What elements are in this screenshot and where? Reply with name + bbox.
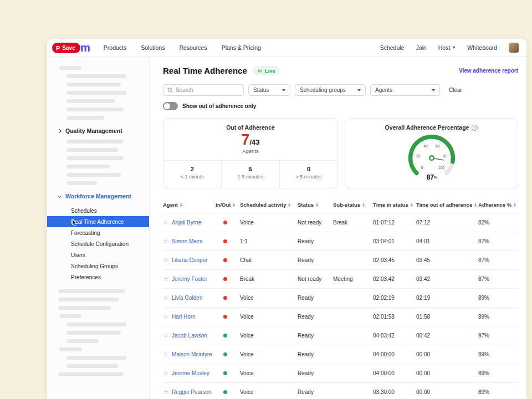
nav-item-products[interactable]: Products — [104, 44, 126, 51]
nav-item-resources[interactable]: Resources — [179, 44, 207, 51]
skeleton-bar — [59, 314, 81, 318]
agent-cell[interactable]: ☆Anjali Byrne — [163, 219, 216, 226]
sort-icon[interactable] — [514, 203, 516, 207]
scheduling-groups-filter-dropdown[interactable]: Scheduling groups — [295, 84, 366, 96]
agent-name-link[interactable]: Reggie Pearson — [172, 389, 212, 395]
column-header-status[interactable]: Status — [298, 202, 333, 208]
skeleton-bar — [66, 339, 99, 343]
star-icon[interactable]: ☆ — [163, 238, 168, 245]
agent-name-link[interactable]: Anjali Byrne — [172, 219, 201, 226]
nav-item-schedule[interactable]: Schedule — [380, 44, 405, 51]
nav-item-whiteboard[interactable]: Whiteboard — [467, 44, 497, 51]
sort-icon[interactable] — [316, 203, 318, 207]
agent-name-link[interactable]: Liliana Cooper — [172, 257, 208, 263]
scheduled-activity-cell: Voice — [240, 219, 298, 226]
nav-item-join[interactable]: Join — [416, 44, 426, 51]
star-icon[interactable]: ☆ — [163, 275, 168, 283]
search-box[interactable] — [163, 84, 244, 96]
app-logo[interactable]: m — [80, 42, 90, 53]
nav-menu-right: Schedule Join Host Whiteboard — [380, 43, 519, 53]
inout-cell — [216, 371, 240, 375]
agents-filter-dropdown[interactable]: Agents — [370, 84, 440, 96]
sidebar-item-scheduling-groups[interactable]: Scheduling Groups — [47, 260, 149, 272]
nav-item-solutions[interactable]: Solutions — [141, 44, 165, 51]
column-header-time-out-of-adherence[interactable]: Time out of adherence — [416, 202, 478, 208]
adherence-cell: 89% — [478, 295, 518, 301]
agent-cell[interactable]: ☆Reggie Pearson — [163, 388, 216, 396]
agent-cell[interactable]: ☆Jacob Lawson — [163, 332, 216, 339]
table-row: ☆Reggie PearsonVoiceReady03:30:0000:0089… — [163, 383, 518, 399]
agent-name-link[interactable]: Jerome Mosley — [172, 370, 209, 376]
status-cell: Ready — [298, 238, 333, 244]
column-header-scheduled-activity[interactable]: Scheduled activity — [240, 202, 298, 208]
filters-bar: Status Scheduling groups Agents Clear — [163, 84, 518, 96]
agent-cell[interactable]: ☆Liliana Cooper — [163, 257, 216, 264]
user-avatar[interactable] — [509, 43, 519, 53]
sidebar-item-schedules[interactable]: Schedules — [47, 205, 149, 216]
column-header-time-in-status[interactable]: Time in status — [373, 202, 416, 208]
star-icon[interactable]: ☆ — [163, 332, 168, 339]
time-out-of-adherence-cell: 03:45 — [416, 257, 478, 263]
column-header-agent[interactable]: Agent — [163, 202, 216, 208]
nav-item-host[interactable]: Host — [438, 44, 456, 51]
time-out-of-adherence-cell: 03:42 — [416, 276, 478, 282]
column-header-adherence[interactable]: Adherence % — [478, 202, 518, 208]
table-row: ☆Anjali ByrneVoiceNot readyBreak01:07:12… — [163, 213, 518, 232]
section-label: Workforce Management — [65, 193, 131, 200]
star-icon[interactable]: ☆ — [163, 257, 168, 264]
sidebar-item-real-time-adherence[interactable]: Real Time Adherence — [47, 216, 149, 227]
agent-cell[interactable]: ☆Maison Mcintyre — [163, 351, 216, 358]
star-icon[interactable]: ☆ — [163, 294, 168, 301]
adherence-cell: 89% — [478, 351, 518, 357]
agent-cell[interactable]: ☆Simon Meza — [163, 238, 216, 245]
agent-cell[interactable]: ☆Hari Horn — [163, 313, 216, 320]
sidebar-item-schedule-configuration[interactable]: Schedule Configuration — [47, 238, 149, 249]
sidebar-item-users[interactable]: Users — [47, 249, 149, 260]
sidebar-item-forecasting[interactable]: Forecasting — [47, 227, 149, 238]
out-of-adherence-dot-icon — [223, 239, 227, 243]
sub-status-cell: Meeting — [333, 276, 373, 282]
agent-name-link[interactable]: Jacob Lawson — [172, 332, 207, 339]
search-input[interactable] — [176, 87, 239, 93]
agent-cell[interactable]: ☆Jerome Mosley — [163, 370, 216, 377]
chevron-down-icon — [432, 89, 435, 91]
nav-item-plans-pricing[interactable]: Plans & Pricing — [222, 44, 261, 51]
sort-icon[interactable] — [288, 203, 290, 207]
skeleton-bar — [66, 156, 124, 160]
sidebar-section-quality-management[interactable]: Quality Management — [47, 124, 149, 137]
sort-icon[interactable] — [474, 203, 477, 207]
view-adherence-report-link[interactable]: View adherence report — [459, 68, 518, 74]
sort-icon[interactable] — [233, 203, 235, 207]
time-out-of-adherence-cell: 00:00 — [416, 389, 478, 395]
star-icon[interactable]: ☆ — [163, 388, 168, 396]
info-icon[interactable] — [472, 125, 478, 131]
show-out-of-adherence-toggle[interactable] — [163, 102, 178, 110]
agent-name-link[interactable]: Maison Mcintyre — [172, 351, 212, 357]
scheduled-activity-cell: 1:1 — [240, 238, 298, 244]
sidebar-section-workforce-management[interactable]: Workforce Management — [47, 190, 149, 203]
star-icon[interactable]: ☆ — [163, 219, 168, 226]
out-of-adherence-dot-icon — [223, 277, 227, 281]
sort-icon[interactable] — [411, 203, 413, 207]
agent-cell[interactable]: ☆Livia Golden — [163, 294, 216, 301]
skeleton-bar — [59, 66, 81, 70]
pinterest-save-button[interactable]: P Save — [52, 43, 80, 53]
time-out-of-adherence-cell: 00:42 — [416, 332, 478, 339]
agent-name-link[interactable]: Livia Golden — [172, 295, 203, 301]
column-header-in-out[interactable]: In/Out — [216, 202, 240, 208]
clear-filters-button[interactable]: Clear — [449, 87, 462, 93]
sort-icon[interactable] — [362, 203, 365, 207]
star-icon[interactable]: ☆ — [163, 351, 168, 358]
skeleton-group-a — [47, 66, 149, 120]
column-header-sub-status[interactable]: Sub-status — [333, 202, 373, 208]
star-icon[interactable]: ☆ — [163, 313, 168, 320]
star-icon[interactable]: ☆ — [163, 370, 168, 377]
skeleton-bar — [66, 165, 110, 168]
sidebar-item-preferences[interactable]: Preferences — [47, 272, 149, 283]
agent-name-link[interactable]: Jeremy Foster — [172, 276, 207, 282]
agent-cell[interactable]: ☆Jeremy Foster — [163, 275, 216, 283]
agent-name-link[interactable]: Simon Meza — [172, 238, 203, 244]
sort-icon[interactable] — [180, 203, 182, 207]
agent-name-link[interactable]: Hari Horn — [172, 314, 196, 320]
status-filter-dropdown[interactable]: Status — [248, 84, 290, 96]
